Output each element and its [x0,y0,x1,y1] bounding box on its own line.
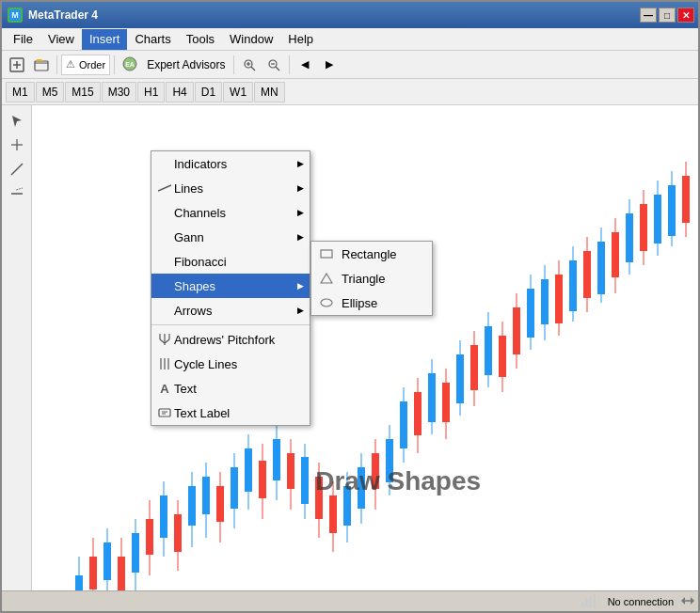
menu-item-channels[interactable]: Channels [151,200,310,225]
text-icon: A [157,382,172,396]
svg-line-113 [160,339,165,343]
submenu-triangle[interactable]: Triangle [311,266,432,291]
svg-text:M: M [11,10,19,20]
chart-area: Draw Shapes Indicators Lines [32,105,698,590]
title-bar-left: M MetaTrader 4 [8,8,98,23]
svg-rect-90 [555,275,563,323]
crosshair-tool[interactable] [6,134,28,156]
svg-rect-124 [581,602,584,607]
svg-rect-76 [456,354,464,403]
new-chart-btn[interactable] [6,54,28,76]
svg-rect-98 [612,232,619,277]
menu-item-lines[interactable]: Lines [151,176,310,200]
menu-tools[interactable]: Tools [179,29,222,50]
maximize-button[interactable]: □ [659,8,676,23]
menu-sep1 [151,324,310,325]
connection-indicator [581,594,600,609]
svg-line-9 [251,67,255,71]
svg-rect-68 [400,401,407,448]
menu-help[interactable]: Help [280,29,321,50]
menu-insert[interactable]: Insert [82,29,128,50]
scroll-indicator [681,595,694,608]
horizontal-line-tool[interactable] [6,182,28,205]
svg-rect-22 [75,575,83,590]
tf-d1[interactable]: D1 [195,82,222,102]
tf-w1[interactable]: W1 [223,82,253,102]
order-group: ⚠ Order [61,55,110,75]
window-title: MetaTrader 4 [28,8,98,22]
svg-rect-84 [513,307,520,354]
svg-rect-127 [593,594,596,607]
menu-item-shapes[interactable]: Shapes [151,274,310,298]
tf-m1[interactable]: M1 [6,82,35,102]
toolbar-sep2 [114,55,115,74]
svg-rect-24 [89,557,97,589]
tf-mn[interactable]: MN [254,82,285,102]
svg-rect-36 [174,514,182,552]
menu-item-text[interactable]: A Text [151,376,310,401]
svg-rect-80 [485,326,492,375]
svg-rect-26 [103,542,111,580]
menu-bar: File View Insert Charts Tools Window Hel… [2,28,698,51]
svg-rect-100 [626,213,633,262]
line-tool[interactable] [6,158,28,181]
svg-rect-28 [118,557,125,590]
menu-file[interactable]: File [6,29,40,50]
svg-point-123 [321,299,332,306]
menu-window[interactable]: Window [222,29,280,50]
menu-item-text-label[interactable]: Text Label [151,401,310,425]
menu-view[interactable]: View [40,29,82,50]
menu-item-cycle-lines[interactable]: Cycle Lines [151,352,310,376]
submenu-ellipse[interactable]: Ellipse [311,291,432,315]
tf-m15[interactable]: M15 [65,82,100,102]
svg-rect-82 [499,336,506,377]
main-toolbar: ⚠ Order EA Expert Advisors ◀ ▶ [2,51,698,79]
svg-rect-38 [188,486,196,526]
svg-rect-86 [527,289,534,338]
svg-rect-104 [654,195,661,244]
svg-rect-32 [146,519,153,555]
expert-advisors-btn[interactable]: EA [119,54,141,76]
tf-m5[interactable]: M5 [36,82,65,102]
shapes-submenu: Rectangle Triangle Ellipse [310,241,433,316]
svg-line-109 [158,185,171,191]
svg-text:EA: EA [125,61,135,68]
tf-h4[interactable]: H4 [166,82,193,102]
svg-marker-129 [681,597,685,605]
menu-item-indicators[interactable]: Indicators [151,151,310,176]
chart-scroll-right[interactable]: ▶ [318,54,341,76]
svg-line-13 [276,67,279,71]
menu-item-gann[interactable]: Gann [151,225,310,249]
svg-rect-118 [159,409,170,417]
tf-h1[interactable]: H1 [137,82,165,102]
svg-rect-30 [132,533,139,573]
timeframe-toolbar: M1 M5 M15 M30 H1 H4 D1 W1 MN [2,79,698,105]
status-bar: No connection [2,590,698,611]
toolbar-sep4 [289,55,290,74]
svg-rect-40 [202,477,210,514]
svg-rect-72 [428,373,436,422]
menu-item-fibonacci[interactable]: Fibonacci [151,249,310,274]
menu-item-arrows[interactable]: Arrows [151,298,310,322]
cursor-tool[interactable] [6,109,28,132]
status-right: No connection [581,594,694,609]
chart-label: Draw Shapes [315,466,481,496]
submenu-rectangle[interactable]: Rectangle [311,242,432,266]
svg-line-17 [11,164,23,175]
svg-rect-88 [541,279,549,324]
close-button[interactable]: ✕ [677,8,694,23]
zoom-out-btn[interactable] [262,54,285,76]
app-icon: M [8,8,23,23]
zoom-in-btn[interactable] [238,54,261,76]
content-area: Draw Shapes Indicators Lines [2,105,698,590]
open-btn[interactable] [30,54,53,76]
svg-rect-58 [329,495,337,533]
chart-scroll-left[interactable]: ◀ [294,54,316,76]
tf-m30[interactable]: M30 [102,82,136,102]
svg-rect-70 [414,392,422,435]
svg-rect-74 [442,383,450,422]
menu-charts[interactable]: Charts [127,29,178,50]
minimize-button[interactable]: — [640,8,657,23]
menu-item-pitchfork[interactable]: Andrews' Pitchfork [151,327,310,352]
svg-marker-130 [691,597,694,605]
